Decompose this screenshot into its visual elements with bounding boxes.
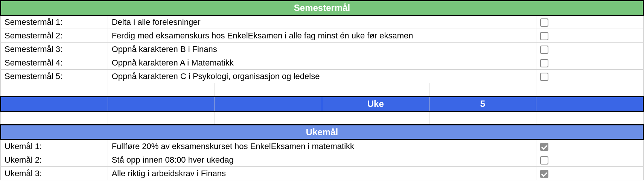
- checkbox-icon[interactable]: [540, 170, 548, 178]
- goal-check-cell: [536, 15, 644, 29]
- uke-number: 5: [429, 97, 536, 111]
- checkbox-icon[interactable]: [540, 32, 548, 40]
- table-row: Semestermål 5: Oppnå karakteren C i Psyk…: [1, 70, 644, 83]
- checkbox-icon[interactable]: [540, 143, 548, 151]
- goal-label: Ukemål 3:: [1, 167, 108, 180]
- goal-label: Semestermål 2:: [1, 29, 108, 43]
- empty-row: [1, 111, 644, 125]
- goal-label: Semestermål 3:: [1, 43, 108, 56]
- table-row: Semestermål 3: Oppnå karakteren B i Fina…: [1, 43, 644, 56]
- table-row: Semestermål 1: Delta i alle forelesninge…: [1, 15, 644, 29]
- goal-label: Ukemål 2:: [1, 153, 108, 167]
- goal-desc: Oppnå karakteren C i Psykologi, organisa…: [108, 70, 536, 83]
- goal-check-cell: [536, 167, 644, 180]
- checkbox-icon[interactable]: [540, 59, 548, 67]
- goal-check-cell: [536, 70, 644, 83]
- goal-desc: Oppnå karakteren A i Matematikk: [108, 56, 536, 70]
- goal-label: Semestermål 4:: [1, 56, 108, 70]
- checkbox-icon[interactable]: [540, 18, 548, 27]
- semestermaal-header: Semestermål: [1, 1, 644, 15]
- goal-desc: Delta i alle forelesninger: [108, 15, 536, 29]
- uke-label: Uke: [322, 97, 429, 111]
- table-row: Semestermål 2: Ferdig med eksamenskurs h…: [1, 29, 644, 43]
- checkbox-icon[interactable]: [540, 156, 548, 165]
- table-row: Ukemål 3: Alle riktig i arbeidskrav i Fi…: [1, 167, 644, 180]
- goal-desc: Stå opp innen 08:00 hver ukedag: [108, 153, 536, 167]
- goal-label: Semestermål 1:: [1, 15, 108, 29]
- goal-desc: Fullføre 20% av eksamenskurset hos Enkel…: [108, 140, 536, 153]
- table-row: Ukemål 1: Fullføre 20% av eksamenskurset…: [1, 140, 644, 153]
- table-row: Ukemål 2: Stå opp innen 08:00 hver ukeda…: [1, 153, 644, 167]
- checkbox-icon[interactable]: [540, 73, 548, 81]
- goal-check-cell: [536, 29, 644, 43]
- table-row: Semestermål 4: Oppnå karakteren A i Mate…: [1, 56, 644, 70]
- goal-label: Semestermål 5:: [1, 70, 108, 83]
- goal-check-cell: [536, 43, 644, 56]
- goal-check-cell: [536, 140, 644, 153]
- goal-check-cell: [536, 56, 644, 70]
- goal-desc: Oppnå karakteren B i Finans: [108, 43, 536, 56]
- uke-band: Uke 5: [1, 97, 644, 111]
- empty-row: [1, 83, 644, 97]
- ukemaal-header: Ukemål: [1, 125, 644, 140]
- planner-table: Semestermål Semestermål 1: Delta i alle …: [0, 0, 644, 180]
- checkbox-icon[interactable]: [540, 46, 548, 54]
- goal-desc: Ferdig med eksamenskurs hos EnkelEksamen…: [108, 29, 536, 43]
- goal-check-cell: [536, 153, 644, 167]
- goal-label: Ukemål 1:: [1, 140, 108, 153]
- goal-desc: Alle riktig i arbeidskrav i Finans: [108, 167, 536, 180]
